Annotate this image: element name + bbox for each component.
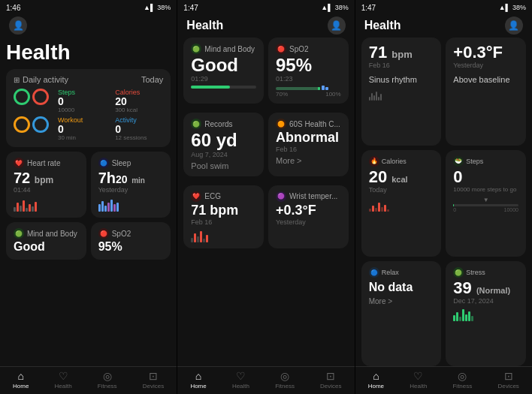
sinus-rhythm: Sinus rhythm <box>369 72 434 86</box>
nav-bar-2: ⌂ Home ♡ Health ◎ Fitness ⊡ Devices <box>177 366 354 394</box>
stress-bars <box>453 308 518 321</box>
bpm-bars-s3 <box>369 89 434 101</box>
nav-fitness-1[interactable]: ◎ Fitness <box>98 370 117 389</box>
nav-health-1[interactable]: ♡ Health <box>55 370 72 389</box>
avatar-1[interactable]: 👤 <box>9 17 27 35</box>
spo2-scale: 70%100% <box>276 91 341 98</box>
header-3: Health 👤 <box>355 14 532 38</box>
time-2: 1:47 <box>183 4 198 12</box>
relax-icon-s3: 🔵 <box>369 267 379 278</box>
mind-progress <box>191 86 256 89</box>
mind-body-card-s1[interactable]: 🟢 Mind and Body Good <box>6 222 86 260</box>
title-2: Health <box>186 19 223 32</box>
nav-health-2[interactable]: ♡ Health <box>232 370 249 389</box>
relax-more[interactable]: More > <box>369 297 434 305</box>
row-mind-spo2: 🟢 Mind and Body Good 🔴 SpO2 95% <box>6 222 171 260</box>
records-card[interactable]: 🟢 Records 60 yd Aug 7, 2024 Pool swim <box>183 113 264 176</box>
nav-fitness-2[interactable]: ◎ Fitness <box>275 370 295 389</box>
calories-icon-s3: 🔥 <box>369 156 379 167</box>
battery-2: 38% <box>335 4 349 11</box>
avatar-2[interactable]: 👤 <box>328 17 346 35</box>
sleep-bars <box>98 197 164 212</box>
screen-3: 1:47 ▲▌ 38% Health 👤 71 bpm Feb 16 Sinus… <box>355 0 532 394</box>
screen-1: 1:46 ▲▌ 38% 👤 Health ⊞ Daily activity To… <box>0 0 177 394</box>
title-3: Health <box>364 19 401 32</box>
da-header: ⊞ Daily activity Today <box>14 75 163 84</box>
nav-home-2[interactable]: ⌂ Home <box>190 370 206 389</box>
da-rings <box>14 89 49 141</box>
stress-icon-s3: 🟢 <box>453 267 464 278</box>
ring-activity <box>32 116 49 133</box>
spo2-icon-s1: 🔴 <box>98 228 109 239</box>
fitness-icon-1: ◎ <box>103 370 112 382</box>
devices-icon-2: ⊡ <box>326 370 335 382</box>
signal-1: ▲▌ <box>144 4 155 11</box>
spo2-card-s2[interactable]: 🔴 SpO2 95% 01:23 70%100% <box>268 38 349 104</box>
time-1: 1:46 <box>6 4 20 12</box>
steps-slider: ▼ 010000 <box>453 197 518 212</box>
bpm-card-s3[interactable]: 71 bpm Feb 16 Sinus rhythm <box>361 38 442 146</box>
stat-activity: Activity 0 12 sessions <box>115 116 163 141</box>
stat-workout: Workout 0 30 min <box>58 116 106 141</box>
screen-2: 1:47 ▲▌ 38% Health 👤 🟢 Mind and Body Goo… <box>177 0 355 394</box>
sleep-card[interactable]: 🔵 Sleep 7h20 min Yesterday <box>91 152 171 218</box>
calories-bars <box>369 197 434 212</box>
devices-icon-3: ⊡ <box>504 370 513 382</box>
spo2-card-s1[interactable]: 🔴 SpO2 95% <box>91 222 171 260</box>
steps-card-s3[interactable]: 🥗 Steps 0 10000 more steps to go ▼ 01000… <box>446 150 526 257</box>
nav-devices-2[interactable]: ⊡ Devices <box>320 370 341 389</box>
ecg-card[interactable]: ❤️ ECG 71 bpm Feb 16 <box>183 185 264 248</box>
60s-health-card[interactable]: 🟠 60S Health C... Abnormal Feb 16 More > <box>268 113 349 176</box>
status-bar-3: 1:47 ▲▌ 38% <box>355 0 532 14</box>
mind-icon-s2: 🟢 <box>191 44 201 54</box>
calories-card-s3[interactable]: 🔥 Calories 20 kcal Today <box>361 150 442 257</box>
fitness-icon-3: ◎ <box>458 370 467 382</box>
ring-steps <box>14 89 30 105</box>
home-icon-2: ⌂ <box>195 370 201 382</box>
mind-body-card-s2[interactable]: 🟢 Mind and Body Good 01:29 <box>183 38 264 104</box>
big-title-1: Health <box>6 38 171 69</box>
status-bar-2: 1:47 ▲▌ 38% <box>177 0 354 14</box>
spo2-icon-s2: 🔴 <box>276 44 286 54</box>
ecg-bars <box>191 229 256 242</box>
home-icon-3: ⌂ <box>373 370 379 382</box>
nav-bar-1: ⌂ Home ♡ Health ◎ Fitness ⊡ Devices <box>0 366 177 394</box>
heart-icon: ❤️ <box>14 158 24 168</box>
ring-workout <box>14 116 30 133</box>
records-icon: 🟢 <box>191 119 201 129</box>
da-grid: Steps 0 10000 Calories 20 300 kcal Worko… <box>14 89 163 141</box>
ecg-icon: ❤️ <box>191 191 201 202</box>
nav-home-1[interactable]: ⌂ Home <box>13 370 29 389</box>
status-icons-2: ▲▌ 38% <box>321 4 348 11</box>
nav-devices-3[interactable]: ⊡ Devices <box>497 370 518 389</box>
battery-1: 38% <box>157 4 171 11</box>
relax-card-s3[interactable]: 🔵 Relax No data More > <box>361 261 442 366</box>
wrist-icon: 🟣 <box>276 191 286 202</box>
heart-rate-card[interactable]: ❤️ Heart rate 72 bpm 01:44 <box>6 152 86 218</box>
sleep-icon: 🔵 <box>98 158 109 168</box>
row-heart-sleep: ❤️ Heart rate 72 bpm 01:44 <box>6 152 171 218</box>
stress-card-s3[interactable]: 🟢 Stress 39 (Normal) Dec 17, 2024 <box>446 261 526 366</box>
mind-body-icon: 🟢 <box>14 228 24 239</box>
mind-progress-fill <box>191 86 230 89</box>
health-icon-2: ♡ <box>236 370 246 382</box>
screen1-content: Health ⊞ Daily activity Today <box>0 38 177 366</box>
avatar-3[interactable]: 👤 <box>505 17 523 35</box>
signal-3: ▲▌ <box>499 4 510 11</box>
health-icon-3: ♡ <box>413 370 423 382</box>
stat-calories: Calories 20 300 kcal <box>115 89 163 113</box>
pair-ecg-wrist: ❤️ ECG 71 bpm Feb 16 🟣 Wrist temper.. <box>183 185 348 253</box>
wrist-temp-card[interactable]: 🟣 Wrist temper... +0.3°F Yesterday <box>268 185 349 248</box>
daily-activity-card[interactable]: ⊞ Daily activity Today Steps 0 10000 <box>6 69 171 147</box>
da-today: Today <box>141 75 163 84</box>
signal-2: ▲▌ <box>321 4 332 11</box>
nav-health-3[interactable]: ♡ Health <box>410 370 427 389</box>
fitness-icon-2: ◎ <box>280 370 289 382</box>
nav-home-3[interactable]: ⌂ Home <box>368 370 384 389</box>
health-icon-1: ♡ <box>59 370 68 382</box>
nav-fitness-3[interactable]: ◎ Fitness <box>452 370 472 389</box>
battery-3: 38% <box>512 4 526 11</box>
temp-card-s3[interactable]: +0.3°F Yesterday Above baseline <box>446 38 526 146</box>
time-3: 1:47 <box>361 4 376 12</box>
nav-devices-1[interactable]: ⊡ Devices <box>143 370 164 389</box>
